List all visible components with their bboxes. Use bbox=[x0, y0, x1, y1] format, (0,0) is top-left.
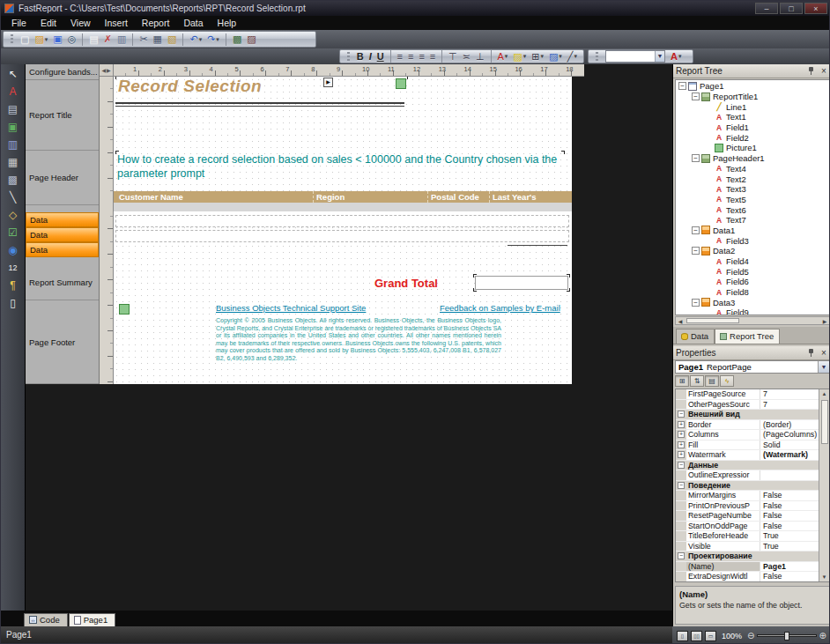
band-object-button[interactable]: ▤ bbox=[3, 100, 24, 117]
property-row-watermark[interactable]: +Watermark(Watermark) bbox=[676, 450, 819, 461]
scrollbar-thumb[interactable] bbox=[821, 400, 828, 444]
property-value[interactable]: False bbox=[760, 501, 819, 510]
tree-item-field5[interactable]: AField5 bbox=[676, 266, 829, 277]
maximize-button[interactable]: □ bbox=[780, 3, 803, 14]
close-icon[interactable]: × bbox=[819, 348, 829, 358]
toolbar-borders-button[interactable]: ⊞▾ bbox=[530, 49, 545, 64]
report-title-text[interactable]: Record Selection bbox=[118, 77, 262, 96]
minimize-button[interactable]: – bbox=[755, 3, 778, 14]
chevron-down-icon[interactable]: ▾ bbox=[523, 53, 527, 60]
menu-item-report[interactable]: Report bbox=[135, 17, 177, 29]
table-header-band[interactable]: Customer Name Region Postal Code Last Ye… bbox=[114, 191, 572, 203]
tree-item-text3[interactable]: AText3 bbox=[676, 184, 829, 195]
band-data[interactable]: Data bbox=[26, 212, 99, 227]
property-row-firstpagesource[interactable]: FirstPageSource7 bbox=[676, 389, 819, 400]
toolbar-preview-button[interactable]: ◎ bbox=[66, 32, 78, 47]
tree-item-line1[interactable]: ╱Line1 bbox=[676, 101, 829, 112]
zoom-slider[interactable] bbox=[757, 634, 816, 637]
menu-item-insert[interactable]: Insert bbox=[98, 17, 135, 29]
toolbar-page-settings-button[interactable]: ▥ bbox=[115, 32, 128, 47]
chevron-down-icon[interactable]: ▾ bbox=[505, 53, 508, 60]
toolbar-undo-button[interactable]: ↶▾ bbox=[188, 32, 204, 47]
toolbar-italic-button[interactable]: I bbox=[367, 49, 374, 64]
zoom-whole-page-button[interactable]: ▯▯ bbox=[691, 631, 702, 641]
selection-handle[interactable] bbox=[115, 77, 119, 79]
tab-code[interactable]: ‹› Code bbox=[24, 613, 68, 626]
expander-icon[interactable]: − bbox=[692, 93, 700, 100]
band-report-title[interactable]: Report Title bbox=[26, 80, 99, 151]
expander-icon[interactable]: − bbox=[692, 247, 700, 255]
property-value[interactable]: True bbox=[760, 531, 819, 540]
selection-handle[interactable] bbox=[567, 288, 570, 292]
property-value[interactable]: False bbox=[760, 491, 819, 500]
toolbar-new-page-button[interactable]: ▤ bbox=[87, 32, 100, 47]
band-data[interactable]: Data bbox=[26, 227, 99, 242]
grid-vertical-scrollbar[interactable]: ▲ ▼ bbox=[819, 389, 829, 581]
property-row-extradesignwidtl[interactable]: ExtraDesignWidtlFalse bbox=[676, 572, 819, 582]
property-value[interactable]: False bbox=[760, 572, 819, 581]
style-combo[interactable]: ▼ bbox=[605, 50, 665, 63]
zoom-100-button[interactable]: ▭ bbox=[705, 631, 716, 641]
line-object-button[interactable]: ╲ bbox=[3, 189, 24, 205]
property-row-outlineexpressior[interactable]: OutlineExpressior bbox=[676, 470, 819, 481]
data-band-row[interactable] bbox=[115, 215, 569, 227]
band-report-summary[interactable]: Report Summary bbox=[26, 265, 99, 300]
categorized-view-button[interactable]: ⊞ bbox=[675, 375, 689, 387]
feedback-link[interactable]: Feedback on Samples by E-mail bbox=[440, 303, 560, 313]
matrix-object-button[interactable]: ▩ bbox=[3, 171, 24, 188]
expander-icon[interactable]: − bbox=[692, 226, 700, 234]
property-row-fill[interactable]: +FillSolid bbox=[676, 440, 819, 451]
scroll-right-icon[interactable]: ▶ bbox=[820, 318, 829, 324]
tab-page1[interactable]: Page1 bbox=[69, 613, 115, 626]
expander-icon[interactable]: − bbox=[692, 299, 700, 307]
collapse-icon[interactable]: − bbox=[678, 552, 685, 559]
toolbar-paste-button[interactable]: ▧ bbox=[166, 32, 178, 47]
pin-icon[interactable] bbox=[807, 349, 815, 357]
property-value[interactable]: 7 bbox=[760, 400, 819, 409]
band-page-header[interactable]: Page Header bbox=[26, 151, 99, 205]
report-page-canvas[interactable]: Record Selection ▶ How to create a recor… bbox=[114, 77, 572, 384]
expand-icon[interactable]: + bbox=[678, 451, 685, 458]
property-value[interactable]: True bbox=[760, 542, 819, 551]
toolbar-fill-color-button[interactable]: ▨▾ bbox=[547, 49, 564, 64]
chevron-down-icon[interactable]: ▼ bbox=[818, 361, 829, 373]
toolbar-cut-button[interactable]: ✂ bbox=[137, 32, 149, 47]
toolbar-redo-button[interactable]: ↷▾ bbox=[205, 32, 221, 47]
toolbar-underline-button[interactable]: U bbox=[375, 49, 386, 64]
toolbar-delete-page-button[interactable]: ✗ bbox=[102, 32, 114, 47]
column-header[interactable]: Postal Code bbox=[431, 192, 479, 202]
menu-item-edit[interactable]: Edit bbox=[33, 17, 63, 29]
tree-item-field3[interactable]: AField3 bbox=[676, 235, 829, 246]
expander-icon[interactable]: − bbox=[692, 154, 700, 162]
barcode-object-button[interactable]: ▯ bbox=[3, 294, 24, 311]
toolbar-ungroup-button[interactable]: ▨ bbox=[245, 32, 257, 47]
chevron-down-icon[interactable]: ▾ bbox=[678, 53, 682, 60]
toolbar-grip-icon[interactable] bbox=[11, 34, 13, 45]
data-band-row[interactable] bbox=[115, 230, 569, 242]
tab-report-tree[interactable]: Report Tree bbox=[715, 329, 780, 344]
property-value[interactable]: Solid bbox=[760, 440, 819, 449]
tree-item-page1[interactable]: −Page1 bbox=[676, 81, 829, 92]
scroll-down-icon[interactable]: ▼ bbox=[819, 573, 829, 581]
grand-total-field[interactable] bbox=[475, 276, 568, 290]
zoom-in-icon[interactable]: ⊕ bbox=[819, 632, 826, 640]
number-object-button[interactable]: 12 bbox=[3, 259, 24, 276]
selection-handle[interactable] bbox=[404, 77, 408, 79]
checkbox-object-button[interactable]: ☑ bbox=[3, 224, 24, 241]
object-selector-combo[interactable]: Page1 ReportPage ▼ bbox=[675, 360, 830, 374]
expand-icon[interactable]: + bbox=[678, 431, 685, 438]
tree-item-text5[interactable]: AText5 bbox=[676, 195, 829, 205]
property-row-поведение[interactable]: −Поведение bbox=[676, 481, 819, 492]
tab-data[interactable]: Data bbox=[676, 329, 715, 344]
tree-item-field6[interactable]: AField6 bbox=[676, 277, 829, 287]
next-page-icon[interactable]: ▶ bbox=[107, 67, 111, 73]
tree-item-field2[interactable]: AField2 bbox=[676, 132, 829, 143]
tree-item-field1[interactable]: AField1 bbox=[676, 122, 829, 133]
line-object[interactable] bbox=[508, 245, 567, 246]
property-value[interactable]: False bbox=[760, 511, 819, 520]
chevron-down-icon[interactable]: ▾ bbox=[45, 36, 48, 43]
menu-item-help[interactable]: Help bbox=[211, 17, 244, 29]
tree-item-picture1[interactable]: Picture1 bbox=[676, 143, 829, 153]
configure-bands-button[interactable]: Configure bands... bbox=[26, 64, 99, 80]
toolbar-align-justify-button[interactable]: ≡ bbox=[428, 49, 437, 64]
